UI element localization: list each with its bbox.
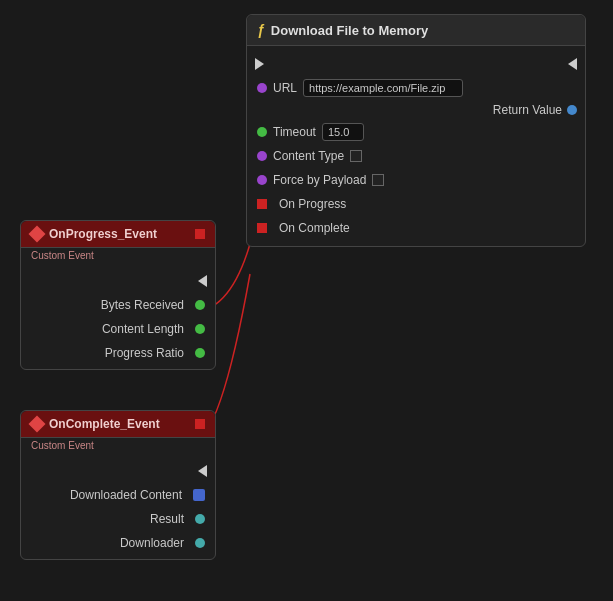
download-node-title: ƒ Download File to Memory bbox=[247, 15, 585, 46]
on-progress-subtitle: Custom Event bbox=[21, 248, 215, 265]
on-complete-label: On Complete bbox=[279, 221, 350, 235]
force-payload-checkbox[interactable] bbox=[372, 174, 384, 186]
on-progress-exec-out[interactable] bbox=[198, 275, 207, 287]
download-title-text: Download File to Memory bbox=[271, 23, 428, 38]
progress-ratio-label: Progress Ratio bbox=[31, 346, 184, 360]
downloader-label: Downloader bbox=[31, 536, 184, 550]
event-diamond-icon bbox=[29, 226, 46, 243]
on-progress-row: On Progress bbox=[247, 192, 585, 216]
content-length-pin[interactable] bbox=[195, 324, 205, 334]
on-complete-row: On Complete bbox=[247, 216, 585, 240]
content-type-pin[interactable] bbox=[257, 151, 267, 161]
content-type-checkbox[interactable] bbox=[350, 150, 362, 162]
progress-ratio-row: Progress Ratio bbox=[21, 341, 215, 365]
on-progress-event-node: OnProgress_Event Custom Event Bytes Rece… bbox=[20, 220, 216, 370]
timeout-row: Timeout bbox=[247, 120, 585, 144]
content-length-label: Content Length bbox=[31, 322, 184, 336]
on-progress-title-text: OnProgress_Event bbox=[49, 227, 157, 241]
on-progress-event-title: OnProgress_Event bbox=[21, 221, 215, 248]
func-icon: ƒ bbox=[257, 22, 265, 38]
url-row: URL bbox=[247, 76, 585, 100]
on-complete-event-title: OnComplete_Event bbox=[21, 411, 215, 438]
url-label: URL bbox=[273, 81, 297, 95]
on-progress-body: Bytes Received Content Length Progress R… bbox=[21, 265, 215, 369]
on-progress-event-out-pin[interactable] bbox=[195, 229, 205, 239]
content-type-row: Content Type bbox=[247, 144, 585, 168]
result-pin[interactable] bbox=[195, 514, 205, 524]
return-value-pin[interactable] bbox=[567, 105, 577, 115]
bytes-received-row: Bytes Received bbox=[21, 293, 215, 317]
timeout-pin[interactable] bbox=[257, 127, 267, 137]
content-type-label: Content Type bbox=[273, 149, 344, 163]
return-value-label: Return Value bbox=[493, 103, 562, 117]
content-length-row: Content Length bbox=[21, 317, 215, 341]
timeout-label: Timeout bbox=[273, 125, 316, 139]
on-complete-pin[interactable] bbox=[257, 223, 267, 233]
downloader-pin[interactable] bbox=[195, 538, 205, 548]
return-value-row: Return Value bbox=[247, 100, 585, 120]
on-complete-event-node: OnComplete_Event Custom Event Downloaded… bbox=[20, 410, 216, 560]
on-complete-exec-out[interactable] bbox=[198, 465, 207, 477]
downloaded-content-pin[interactable] bbox=[193, 489, 205, 501]
exec-out-pin[interactable] bbox=[568, 58, 577, 70]
url-pin[interactable] bbox=[257, 83, 267, 93]
on-complete-body: Downloaded Content Result Downloader bbox=[21, 455, 215, 559]
on-complete-exec-row bbox=[21, 459, 215, 483]
downloaded-content-label: Downloaded Content bbox=[31, 488, 182, 502]
result-row: Result bbox=[21, 507, 215, 531]
result-label: Result bbox=[31, 512, 184, 526]
timeout-input[interactable] bbox=[322, 123, 364, 141]
download-node: ƒ Download File to Memory URL Return Val… bbox=[246, 14, 586, 247]
url-input[interactable] bbox=[303, 79, 463, 97]
on-complete-subtitle: Custom Event bbox=[21, 438, 215, 455]
on-progress-pin[interactable] bbox=[257, 199, 267, 209]
force-payload-label: Force by Payload bbox=[273, 173, 366, 187]
on-complete-diamond-icon bbox=[29, 416, 46, 433]
downloader-row: Downloader bbox=[21, 531, 215, 555]
exec-in-pin[interactable] bbox=[255, 58, 264, 70]
on-progress-label: On Progress bbox=[279, 197, 346, 211]
progress-ratio-pin[interactable] bbox=[195, 348, 205, 358]
on-complete-event-out-pin[interactable] bbox=[195, 419, 205, 429]
force-payload-row: Force by Payload bbox=[247, 168, 585, 192]
on-complete-title-text: OnComplete_Event bbox=[49, 417, 160, 431]
bytes-received-label: Bytes Received bbox=[31, 298, 184, 312]
bytes-received-pin[interactable] bbox=[195, 300, 205, 310]
downloaded-content-row: Downloaded Content bbox=[21, 483, 215, 507]
on-progress-exec-row bbox=[21, 269, 215, 293]
download-node-body: URL Return Value Timeout Content Type Fo… bbox=[247, 46, 585, 246]
exec-row bbox=[247, 52, 585, 76]
force-payload-pin[interactable] bbox=[257, 175, 267, 185]
